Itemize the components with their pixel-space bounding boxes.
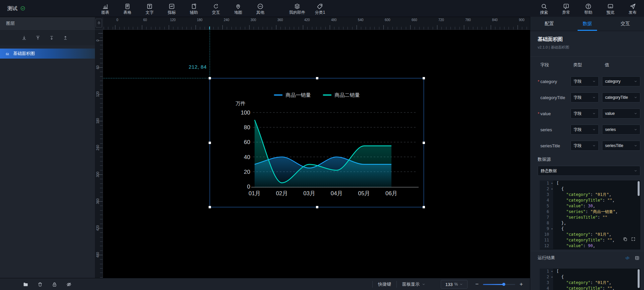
code-line: 2▾ { [540, 186, 640, 192]
layer-item-label: 基础面积图 [13, 51, 35, 57]
toolbar-item-label: 图表 [101, 10, 109, 15]
zoom-level-select[interactable]: 133 % [441, 280, 468, 289]
resize-handle-bottom-left[interactable] [209, 206, 211, 208]
copy-icon[interactable] [623, 237, 628, 241]
resize-handle-bottom-right[interactable] [423, 206, 425, 208]
zoom-unit: % [454, 282, 458, 287]
code-line: 8 }, [540, 220, 640, 226]
select-value: categoryTitle [605, 95, 628, 100]
inspector-tabs: 配置数据交互 [530, 17, 644, 31]
toolbar-item-assist[interactable]: 辅助 [184, 2, 203, 15]
guides-toggle-button[interactable] [96, 19, 102, 27]
help-circle-icon [585, 3, 592, 10]
shortcuts-button[interactable]: 快捷键 [373, 281, 396, 287]
ruler-corner [95, 17, 103, 30]
y-tick-label: 60 [244, 139, 250, 145]
field-value-select-seriesTitle[interactable]: seriesTitle [602, 141, 640, 151]
trash-icon[interactable] [37, 282, 43, 287]
toolbar-item-indicator[interactable]: 指标 [162, 2, 181, 15]
zoom-out-button[interactable]: − [474, 281, 480, 288]
field-value-select-series[interactable]: series [602, 125, 640, 135]
resize-handle-top-left[interactable] [209, 77, 211, 79]
y-tick-label: 80 [244, 124, 250, 131]
zoom-slider-knob[interactable] [502, 283, 505, 286]
expand-icon[interactable] [631, 237, 636, 241]
fold-caret-icon[interactable]: ▾ [551, 274, 553, 280]
lock-icon[interactable] [52, 282, 57, 287]
editor-scrollbar[interactable] [638, 181, 640, 196]
move-to-top-icon[interactable] [63, 35, 68, 41]
fold-caret-icon[interactable]: ▾ [551, 269, 553, 274]
resize-handle-top-right[interactable] [423, 77, 425, 79]
toolbar-item-table[interactable]: 表格 [118, 2, 137, 15]
tab-交互[interactable]: 交互 [606, 17, 644, 31]
code-line: 5 "value": 30, [540, 203, 640, 209]
h-ruler-number: 420 [304, 18, 310, 22]
toolbar-item-other[interactable]: 其他 [251, 2, 270, 15]
field-type-select-seriesTitle[interactable]: 字段 [571, 141, 599, 151]
statusbar: 快捷键 面板显示 133 % − + [0, 278, 530, 290]
toolbar-actions: 搜索异常帮助预览发布 [535, 0, 642, 17]
field-type-select-series[interactable]: 字段 [571, 125, 599, 135]
eye-off-icon[interactable] [66, 282, 72, 287]
tab-配置[interactable]: 配置 [530, 17, 568, 31]
toolbar-item-search[interactable]: 搜索 [535, 2, 553, 15]
toolbar-item-map[interactable]: 地图 [229, 2, 248, 15]
layer-arrange-toolbar [0, 30, 95, 45]
selected-widget-area-chart[interactable]: 020406080100万件01月02月03月04月05月06月商品一销量商品二… [210, 78, 424, 207]
chevron-down-icon [634, 128, 637, 131]
code-text: "categoryTitle": "", [553, 286, 614, 290]
code-text: { [553, 226, 564, 232]
move-up-icon[interactable] [35, 35, 41, 41]
tab-数据[interactable]: 数据 [568, 17, 606, 31]
resize-handle-bottom-middle[interactable] [316, 206, 318, 208]
folder-icon[interactable] [23, 282, 29, 287]
y-axis-unit-label: 万件 [235, 100, 246, 106]
field-type-select-value[interactable]: 字段 [571, 108, 599, 119]
panel-display-dropdown[interactable]: 面板显示 [397, 281, 431, 287]
field-value-select-value[interactable]: value [602, 108, 640, 119]
static-data-code-editor[interactable]: 1▾[2▾ {3 "category": "01月",4 "categoryTi… [540, 180, 640, 249]
toolbar-item-interact[interactable]: 交互 [207, 2, 225, 15]
resize-handle-middle-left[interactable] [209, 142, 211, 144]
legend-label-2: 商品二销量 [335, 92, 360, 98]
field-value-select-category[interactable]: category [602, 76, 640, 86]
field-value-select-categoryTitle[interactable]: categoryTitle [602, 92, 640, 102]
zoom-in-button[interactable]: + [518, 281, 525, 288]
move-to-bottom-icon[interactable] [21, 35, 27, 41]
fold-caret-icon[interactable]: ▾ [551, 226, 553, 232]
toolbar-item-issues[interactable]: 异常 [557, 2, 576, 15]
line-number: 1▾ [540, 180, 553, 186]
basic-area-chart[interactable]: 020406080100万件01月02月03月04月05月06月商品一销量商品二… [210, 78, 424, 207]
toolbar-item-preview[interactable]: 预览 [601, 2, 620, 15]
line-number: 2▾ [540, 274, 553, 280]
field-type-select-categoryTitle[interactable]: 字段 [571, 92, 599, 102]
code-view-icon[interactable] [625, 256, 630, 261]
layers-icon [294, 3, 301, 10]
line-number: 10 [540, 232, 553, 237]
toolbar-item-publish[interactable]: 发布 [623, 2, 642, 15]
h-ruler-number: 0 [116, 18, 118, 22]
editor-scrollbar[interactable] [638, 269, 640, 288]
layer-item-basic-area-chart[interactable]: 基础面积图 [0, 49, 95, 59]
move-down-icon[interactable] [49, 35, 54, 41]
toolbar-item-help[interactable]: 帮助 [579, 2, 598, 15]
line-number: 8 [540, 220, 553, 226]
layers-panel-title: 图层 [0, 17, 95, 30]
design-canvas[interactable]: 212, 84 020406080100万件01月02月03月04月05月06月… [103, 29, 530, 278]
resize-handle-middle-right[interactable] [423, 142, 425, 144]
run-result-code-editor[interactable]: 1▾[2▾ {3 "category": "01月",4 "categoryTi… [540, 269, 640, 290]
toolbar-item-chart[interactable]: 图表 [96, 2, 115, 15]
fold-caret-icon[interactable]: ▾ [551, 186, 553, 192]
field-row-categoryTitle: *categoryTitle字段categoryTitle [530, 89, 644, 105]
fold-caret-icon[interactable]: ▾ [551, 180, 553, 186]
x-tick-label: 05月 [358, 190, 370, 197]
zoom-slider[interactable] [483, 284, 515, 285]
datasource-select[interactable]: 静态数据 [538, 166, 640, 176]
toolbar-item-my-widgets[interactable]: 我的部件 [288, 2, 307, 15]
resize-handle-top-middle[interactable] [316, 77, 318, 79]
field-type-select-category[interactable]: 字段 [571, 76, 599, 86]
toolbar-item-text[interactable]: 文字 [140, 2, 159, 15]
table-view-icon[interactable] [635, 256, 640, 261]
toolbar-item-category-1[interactable]: 分类1 [311, 2, 329, 15]
